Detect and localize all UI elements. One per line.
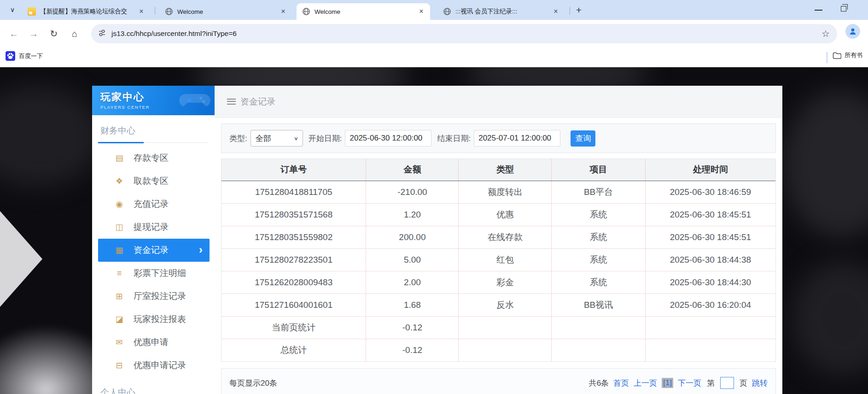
sidebar-item-label: 取款专区 xyxy=(134,175,169,187)
all-bookmarks-folder[interactable]: 所有书 xyxy=(833,51,868,59)
search-button[interactable]: 查询 xyxy=(571,130,595,147)
table-cell: 5.00 xyxy=(366,248,459,271)
table-cell: 2025-06-30 18:46:59 xyxy=(645,181,775,203)
bookmark-baidu[interactable]: 百度一下 xyxy=(6,51,43,61)
profile-avatar[interactable] xyxy=(845,24,860,39)
type-select-value: 全部 xyxy=(256,133,271,144)
tab-welcome-2-active[interactable]: Welcome × xyxy=(297,3,430,20)
table-cell: 优惠 xyxy=(459,203,552,226)
sidebar-item-promo-apply-records[interactable]: ⊟优惠申请记录 xyxy=(92,354,215,377)
tab-title: Welcome xyxy=(177,8,276,15)
sidebar-item-lottery-details[interactable]: ≡彩票下注明细 xyxy=(92,262,215,285)
table-cell: BB视讯 xyxy=(552,294,645,316)
sidebar-item-recharge-records[interactable]: ◉充值记录 xyxy=(92,193,215,216)
table-row: 1751280418811705-210.00额度转出BB平台2025-06-3… xyxy=(221,181,775,203)
new-tab-button[interactable]: + xyxy=(572,5,585,16)
tab-search-button[interactable]: ∨ xyxy=(6,4,18,16)
tab-video-records[interactable]: :::视讯 会员下注纪录::: × xyxy=(437,3,565,20)
money-record-icon: ▦ xyxy=(114,245,125,255)
address-bar[interactable]: js13.cc/hhcp/usercenter.html?iniType=6 ☆ xyxy=(91,24,837,43)
table-header-cell: 金额 xyxy=(366,159,459,181)
table-cell: 系统 xyxy=(552,271,645,294)
main-panel: 资金记录 类型: 全部 ∨ 开始日期: 结束日期: 查询 订单号金额类型项目处理… xyxy=(215,86,782,394)
bookmark-star-icon[interactable]: ☆ xyxy=(821,28,830,39)
hand-money-icon: ❖ xyxy=(114,176,125,186)
sidebar-item-label: 提现记录 xyxy=(134,221,169,233)
sidebar-item-withdraw-records[interactable]: ◫提现记录 xyxy=(92,216,215,239)
browser-tab-strip: ∨ 【新提醒】海燕策略论坛综合交 × Welcome × Welcome × :… xyxy=(0,0,868,20)
background-triangle xyxy=(0,211,42,307)
browser-toolbar: ← → ↻ ⌂ js13.cc/hhcp/usercenter.html?ini… xyxy=(0,20,868,47)
wallet-icon: ◫ xyxy=(114,222,125,232)
sidebar-item-withdraw-zone[interactable]: ❖取款专区 xyxy=(92,170,215,193)
table-header-cell: 项目 xyxy=(552,159,645,181)
back-button[interactable]: ← xyxy=(7,27,21,41)
sidebar-item-label: 厅室投注记录 xyxy=(134,290,186,302)
type-select[interactable]: 全部 ∨ xyxy=(250,130,303,147)
table-cell: 2025-06-30 18:45:51 xyxy=(645,203,775,226)
page-background: 玩家中心 PLAYERS CENTER 财务中心 ▤存款专区❖取款专区◉充值记录… xyxy=(0,67,868,394)
site-settings-icon[interactable] xyxy=(98,29,106,39)
close-icon[interactable]: × xyxy=(137,7,146,16)
close-icon[interactable]: × xyxy=(417,7,425,16)
url-text[interactable]: js13.cc/hhcp/usercenter.html?iniType=6 xyxy=(111,29,821,38)
sidebar-item-hall-bet-records[interactable]: ⊞厅室投注记录 xyxy=(92,285,215,308)
tab-welcome-1[interactable]: Welcome × xyxy=(159,3,292,20)
table-cell: 1751280418811705 xyxy=(221,181,366,203)
table-cell xyxy=(459,339,552,361)
end-date-input[interactable] xyxy=(474,130,560,147)
table-row: 17512716040016011.68反水BB视讯2025-06-30 16:… xyxy=(221,294,775,316)
close-icon[interactable]: × xyxy=(279,7,287,16)
page-title: 资金记录 xyxy=(240,96,275,108)
sidebar-item-deposit-zone[interactable]: ▤存款专区 xyxy=(92,147,215,170)
table-cell: 总统计 xyxy=(221,339,366,361)
window-minimize-button[interactable] xyxy=(815,10,822,11)
globe-icon xyxy=(443,7,451,16)
bank-card-icon: ▤ xyxy=(114,153,125,163)
chevron-down-icon: ∨ xyxy=(294,135,298,141)
table-cell: -0.12 xyxy=(366,339,459,361)
current-page-indicator[interactable]: [1] xyxy=(662,378,673,388)
table-cell: 1.20 xyxy=(366,203,459,226)
filter-bar: 类型: 全部 ∨ 开始日期: 结束日期: 查询 xyxy=(221,123,776,153)
list-grid-icon: ⊞ xyxy=(114,291,125,301)
sidebar-item-player-bet-report[interactable]: ◪玩家投注报表 xyxy=(92,308,215,331)
money-bag-icon: ◉ xyxy=(114,199,125,209)
sidebar-item-promo-apply[interactable]: ✉优惠申请 xyxy=(92,331,215,354)
table-cell xyxy=(459,316,552,339)
table-body: 1751280418811705-210.00额度转出BB平台2025-06-3… xyxy=(221,181,775,361)
forward-button[interactable]: → xyxy=(27,27,41,41)
end-date-label: 结束日期: xyxy=(437,133,471,144)
first-page-link[interactable]: 首页 xyxy=(613,378,629,388)
table-cell: 1.68 xyxy=(366,294,459,316)
reload-button[interactable]: ↻ xyxy=(47,27,61,41)
table-cell: 1751262028009483 xyxy=(221,271,366,294)
sidebar-menu: ▤存款专区❖取款专区◉充值记录◫提现记录▦资金记录›≡彩票下注明细⊞厅室投注记录… xyxy=(92,147,215,377)
table-cell: 200.00 xyxy=(366,226,459,248)
jump-link[interactable]: 跳转 xyxy=(752,378,768,388)
next-page-link[interactable]: 下一页 xyxy=(678,378,701,388)
sidebar-item-label: 彩票下注明细 xyxy=(134,267,186,279)
sidebar-item-fund-records[interactable]: ▦资金记录› xyxy=(98,239,210,262)
gamepad-icon xyxy=(177,89,213,112)
table-row: 1751280351559802200.00在线存款系统2025-06-30 1… xyxy=(221,226,775,248)
section-divider xyxy=(98,142,209,143)
hamburger-menu-icon[interactable] xyxy=(227,99,236,105)
jump-prefix-label: 第 xyxy=(707,378,715,388)
sidebar-header: 玩家中心 PLAYERS CENTER xyxy=(92,86,215,115)
close-icon[interactable]: × xyxy=(552,7,560,16)
table-cell: 1751271604001601 xyxy=(221,294,366,316)
tab-forum[interactable]: 【新提醒】海燕策略论坛综合交 × xyxy=(22,3,150,20)
sidebar-item-label: 优惠申请记录 xyxy=(134,359,186,371)
start-date-input[interactable] xyxy=(345,130,431,147)
globe-icon xyxy=(302,7,310,16)
home-button[interactable]: ⌂ xyxy=(68,27,82,41)
prev-page-link[interactable]: 上一页 xyxy=(634,378,657,388)
table-cell: 红包 xyxy=(459,248,552,271)
page-size-label: 每页显示20条 xyxy=(229,378,277,388)
window-restore-button[interactable] xyxy=(841,6,846,12)
table-cell: 2025-06-30 16:20:04 xyxy=(645,294,775,316)
page-jump-input[interactable] xyxy=(720,377,734,389)
table-cell: 2025-06-30 18:45:51 xyxy=(645,226,775,248)
tab-title: :::视讯 会员下注纪录::: xyxy=(455,7,549,16)
